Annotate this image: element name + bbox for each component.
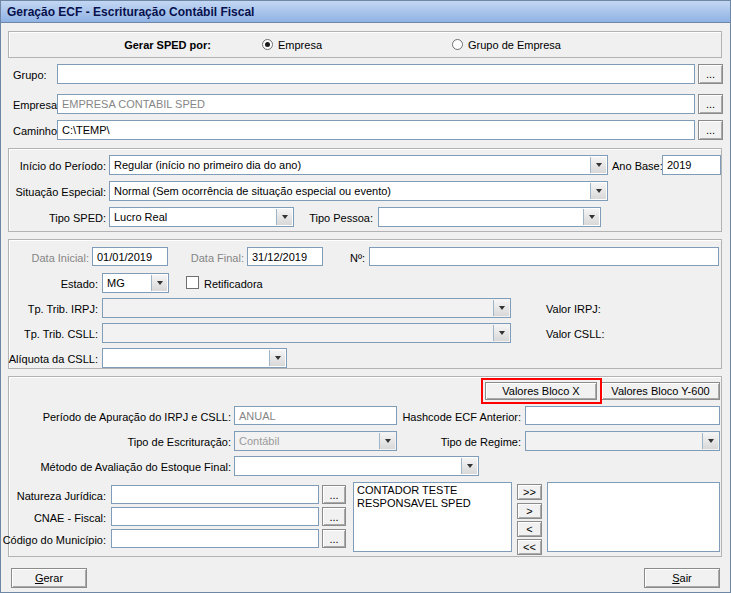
data-inicial-label: Data Inicial: (17, 251, 89, 265)
inicio-periodo-label: Início do Período: (9, 159, 106, 173)
empresa-input[interactable]: EMPRESA CONTABIL SPED (57, 94, 695, 114)
dropdown-arrow-icon[interactable] (269, 350, 285, 366)
estado-label: Estado: (53, 277, 98, 291)
inicio-periodo-combobox[interactable]: Regular (início no primeiro dia do ano) (109, 155, 608, 175)
tipo-pessoa-combobox[interactable] (378, 207, 601, 227)
tp-trib-irpj-label: Tp. Trib. IRPJ: (6, 302, 98, 316)
aliquota-csll-label: Alíquota da CSLL: (6, 352, 98, 366)
tp-trib-csll-label: Tp. Trib. CSLL: (6, 327, 98, 341)
aliquota-csll-combobox[interactable] (102, 348, 287, 368)
situacao-especial-label: Situação Especial: (9, 185, 106, 199)
gerar-button[interactable]: Gerar (11, 568, 87, 588)
data-final-label: Data Final: (176, 251, 244, 265)
dropdown-arrow-icon[interactable] (590, 157, 606, 173)
sair-button[interactable]: Sair (644, 568, 720, 588)
valor-csll-label: Valor CSLL: (546, 327, 605, 341)
tipo-pessoa-label: Tipo Pessoa: (297, 211, 373, 225)
retificadora-label[interactable]: Retificadora (204, 277, 263, 291)
dropdown-arrow-icon[interactable] (583, 209, 599, 225)
codigo-municipio-input[interactable] (111, 529, 319, 548)
tipo-escrituracao-label: Tipo de Escrituração: (9, 435, 231, 449)
radio-grupo-empresa-label[interactable]: Grupo de Empresa (468, 38, 561, 52)
codigo-municipio-browse-button[interactable]: ... (322, 529, 346, 548)
dropdown-arrow-icon[interactable] (493, 325, 509, 341)
periodo-apuracao-label: Período de Apuração do IRPJ e CSLL: (9, 410, 231, 424)
empresa-label: Empresa: (13, 98, 60, 112)
valor-irpj-label: Valor IRPJ: (546, 302, 601, 316)
ecf-generation-window: Geração ECF - Escrituração Contábil Fisc… (0, 0, 731, 593)
tipo-sped-combobox[interactable]: Lucro Real (109, 207, 294, 227)
transfer-right-button[interactable]: > (517, 503, 542, 519)
metodo-avaliacao-label: Método de Avaliação do Estoque Final: (9, 460, 231, 474)
cnae-fiscal-label: CNAE - Fiscal: (1, 511, 106, 525)
caminho-input[interactable]: C:\TEMP\ (57, 120, 695, 140)
tp-trib-irpj-combobox[interactable] (102, 298, 511, 318)
title-bar[interactable]: Geração ECF - Escrituração Contábil Fisc… (1, 1, 730, 23)
dropdown-arrow-icon[interactable] (590, 183, 606, 199)
caminho-label: Caminho: (13, 124, 60, 138)
transfer-left-button[interactable]: < (517, 521, 542, 537)
empresa-browse-button[interactable]: ... (698, 94, 723, 114)
numero-label: Nº: (341, 251, 365, 265)
valores-bloco-y600-button[interactable]: Valores Bloco Y-600 (601, 382, 720, 400)
situacao-especial-combobox[interactable]: Normal (Sem ocorrência de situação espec… (109, 181, 608, 201)
ano-base-input[interactable]: 2019 (662, 155, 721, 175)
data-final-input[interactable]: 31/12/2019 (247, 247, 323, 266)
hashcode-input[interactable] (525, 406, 720, 425)
hashcode-label: Hashcode ECF Anterior: (401, 410, 521, 424)
grupo-label: Grupo: (13, 68, 47, 82)
transfer-all-right-button[interactable]: >> (517, 484, 542, 500)
responsaveis-target-listbox[interactable] (547, 482, 720, 552)
dropdown-arrow-icon[interactable] (493, 300, 509, 316)
valores-bloco-x-button[interactable]: Valores Bloco X (485, 382, 597, 400)
gerar-sped-por-label: Gerar SPED por: (21, 38, 211, 52)
codigo-municipio-label: Código do Município: (1, 533, 106, 547)
estado-combobox[interactable]: MG (102, 273, 169, 293)
natureza-juridica-browse-button[interactable]: ... (322, 485, 346, 504)
radio-selected-dot (265, 42, 270, 47)
dropdown-arrow-icon[interactable] (276, 209, 292, 225)
dropdown-arrow-icon[interactable] (379, 433, 395, 449)
dropdown-arrow-icon[interactable] (702, 433, 718, 449)
caminho-browse-button[interactable]: ... (698, 120, 723, 140)
tipo-escrituracao-combobox[interactable]: Contábil (234, 431, 397, 451)
radio-empresa[interactable] (262, 39, 273, 50)
numero-input[interactable] (369, 247, 719, 266)
window-title: Geração ECF - Escrituração Contábil Fisc… (7, 5, 254, 19)
tipo-sped-label: Tipo SPED: (9, 211, 106, 225)
tipo-regime-label: Tipo de Regime: (401, 435, 521, 449)
ano-base-label: Ano Base: (612, 159, 663, 173)
retificadora-checkbox[interactable] (186, 276, 199, 289)
cnae-fiscal-input[interactable] (111, 507, 319, 526)
tipo-regime-combobox[interactable] (525, 431, 720, 451)
data-inicial-input[interactable]: 01/01/2019 (92, 247, 168, 266)
cnae-fiscal-browse-button[interactable]: ... (322, 507, 346, 526)
dropdown-arrow-icon[interactable] (151, 275, 167, 291)
periodo-apuracao-input[interactable]: ANUAL (234, 406, 397, 425)
metodo-avaliacao-combobox[interactable] (234, 456, 479, 476)
natureza-juridica-label: Natureza Jurídica: (1, 489, 106, 503)
radio-empresa-label[interactable]: Empresa (278, 38, 322, 52)
radio-grupo-empresa[interactable] (452, 39, 463, 50)
grupo-input[interactable] (57, 64, 695, 84)
list-item[interactable]: CONTADOR TESTE (357, 484, 508, 497)
grupo-browse-button[interactable]: ... (698, 64, 723, 84)
natureza-juridica-input[interactable] (111, 485, 319, 504)
responsaveis-source-listbox[interactable]: CONTADOR TESTE RESPONSAVEL SPED (353, 482, 512, 552)
tp-trib-csll-combobox[interactable] (102, 323, 511, 343)
dropdown-arrow-icon[interactable] (461, 458, 477, 474)
list-item[interactable]: RESPONSAVEL SPED (357, 497, 508, 510)
transfer-all-left-button[interactable]: << (517, 539, 542, 555)
